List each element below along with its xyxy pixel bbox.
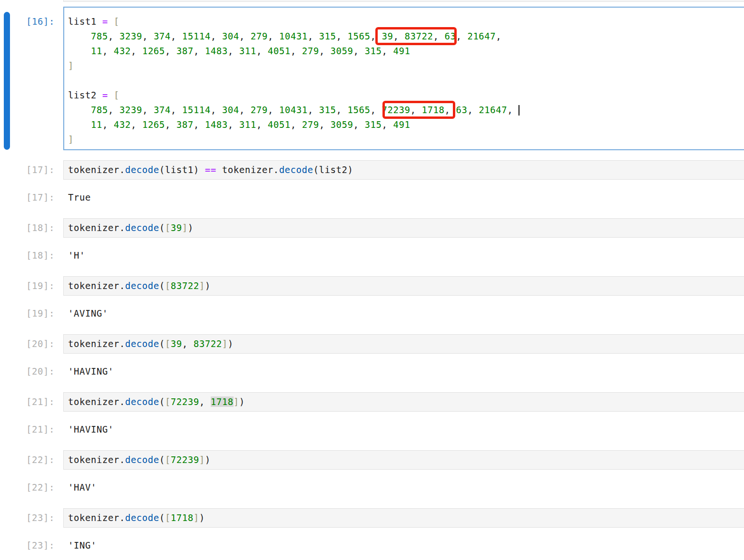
code-token: , xyxy=(211,31,222,41)
cell-17-output: True xyxy=(68,193,91,203)
code-token: tokenizer. xyxy=(68,512,125,523)
code-token: , xyxy=(131,119,142,130)
code-line: 785, 3239, 374, 15114, 304, 279, 10431, … xyxy=(68,103,744,117)
code-token: 63 xyxy=(444,31,456,41)
code-token: 83722 xyxy=(194,338,222,349)
code-token: , xyxy=(444,105,456,115)
code-line: list2 = [ xyxy=(68,88,744,103)
code-token: , xyxy=(268,31,279,41)
cell-20-output: 'HAVING' xyxy=(68,367,114,377)
code-token: 1265 xyxy=(142,46,165,56)
cell-23-editor[interactable]: tokenizer.decode([1718]) xyxy=(63,508,744,528)
code-token: , xyxy=(382,46,393,56)
code-token: decode xyxy=(125,280,159,291)
code-line: ] xyxy=(68,132,744,147)
cell-16-editor[interactable]: list1 = [ 785, 3239, 374, 15114, 304, 27… xyxy=(63,7,744,150)
code-token: 311 xyxy=(239,46,256,56)
code-token: tokenizer. xyxy=(216,164,279,175)
code-token: ) xyxy=(205,280,211,291)
code-token: decode xyxy=(125,338,159,349)
code-line: 785, 3239, 374, 15114, 304, 279, 10431, … xyxy=(68,29,744,44)
cell-23-output: 'ING' xyxy=(68,541,97,550)
cell-21-editor[interactable]: tokenizer.decode([72239, 1718]) xyxy=(63,392,744,412)
code-token: , xyxy=(108,105,119,115)
cell-22-output: 'HAV' xyxy=(68,483,97,492)
code-token: decode xyxy=(125,454,159,465)
code-token: , xyxy=(291,119,302,130)
cell-18-editor[interactable]: tokenizer.decode([39]) xyxy=(63,218,744,238)
code-token: , xyxy=(393,31,405,41)
code-line: tokenizer.decode([39]) xyxy=(68,222,194,233)
code-token: , xyxy=(194,119,205,130)
code-token: 15114 xyxy=(182,31,211,41)
cell-20-editor[interactable]: tokenizer.decode([39, 83722]) xyxy=(63,334,744,354)
active-cell-collapser-bar[interactable] xyxy=(4,12,10,150)
code-token: 279 xyxy=(251,31,268,41)
code-token: , xyxy=(239,105,251,115)
code-token: [ xyxy=(114,16,119,27)
code-token: 374 xyxy=(154,31,171,41)
code-token: ] xyxy=(182,222,188,233)
code-token: 4051 xyxy=(268,46,291,56)
code-token: 10431 xyxy=(279,105,308,115)
output-prompt-21: [21]: xyxy=(0,425,55,434)
code-token: , xyxy=(456,31,467,41)
code-token: , xyxy=(268,105,279,115)
code-token: ] xyxy=(234,396,239,407)
code-token: , xyxy=(308,105,319,115)
code-token xyxy=(108,90,114,100)
code-token: 21647 xyxy=(467,31,496,41)
code-token: , xyxy=(211,105,222,115)
code-token: ) xyxy=(188,222,194,233)
code-token: decode xyxy=(125,512,159,523)
code-token: (list1) xyxy=(159,164,205,175)
code-token: ( xyxy=(159,222,165,233)
code-token: , xyxy=(239,31,251,41)
cell-18-output: 'H' xyxy=(68,251,85,261)
code-token: list2 xyxy=(68,90,97,100)
cell-19-editor[interactable]: tokenizer.decode([83722]) xyxy=(63,276,744,296)
input-prompt-18: [18]: xyxy=(0,223,55,233)
code-token: = xyxy=(102,90,108,100)
code-token xyxy=(68,105,91,115)
code-token: , xyxy=(142,105,154,115)
code-token: [ xyxy=(165,338,171,349)
code-token: tokenizer. xyxy=(68,222,125,233)
code-token: 279 xyxy=(251,105,268,115)
code-token: ] xyxy=(68,60,74,71)
code-token: 3059 xyxy=(331,46,353,56)
code-line: tokenizer.decode([72239]) xyxy=(68,454,211,465)
code-token: 491 xyxy=(393,119,411,130)
code-token: 3239 xyxy=(119,31,142,41)
code-token: 15114 xyxy=(182,105,211,115)
code-token: 304 xyxy=(222,31,239,41)
input-prompt-22: [22]: xyxy=(0,455,55,465)
cell-17-editor[interactable]: tokenizer.decode(list1) == tokenizer.dec… xyxy=(63,160,744,180)
notebook-canvas: { "colors": { "txt": "#212121", "num": "… xyxy=(0,0,744,560)
code-token: 1718 xyxy=(171,512,194,523)
code-token: 432 xyxy=(114,119,131,130)
code-token: 315 xyxy=(365,46,382,56)
code-token: 21647 xyxy=(479,105,507,115)
code-token: , xyxy=(108,31,119,41)
notebook-cell-20: [20]: tokenizer.decode([39, 83722]) [20]… xyxy=(0,334,744,392)
code-token: , xyxy=(228,46,239,56)
code-token: tokenizer. xyxy=(68,164,125,175)
cell-22-editor[interactable]: tokenizer.decode([72239]) xyxy=(63,450,744,470)
code-token: 1718 xyxy=(421,105,444,115)
code-token: 3059 xyxy=(331,119,353,130)
code-token: tokenizer. xyxy=(68,454,125,465)
code-token: ) xyxy=(199,512,205,523)
code-token: , xyxy=(496,31,501,41)
input-prompt-16: [16]: xyxy=(0,17,55,27)
notebook-cell-22: [22]: tokenizer.decode([72239]) [22]: 'H… xyxy=(0,450,744,508)
code-token: 10431 xyxy=(279,31,308,41)
code-token: , xyxy=(319,119,331,130)
output-prompt-20: [20]: xyxy=(0,367,55,377)
code-token: [ xyxy=(165,396,171,407)
code-line: tokenizer.decode([83722]) xyxy=(68,280,211,291)
code-token: , xyxy=(182,338,194,349)
code-token: ) xyxy=(205,454,211,465)
code-token: 315 xyxy=(319,105,336,115)
cell-16-code: list1 = [ 785, 3239, 374, 15114, 304, 27… xyxy=(68,14,744,147)
